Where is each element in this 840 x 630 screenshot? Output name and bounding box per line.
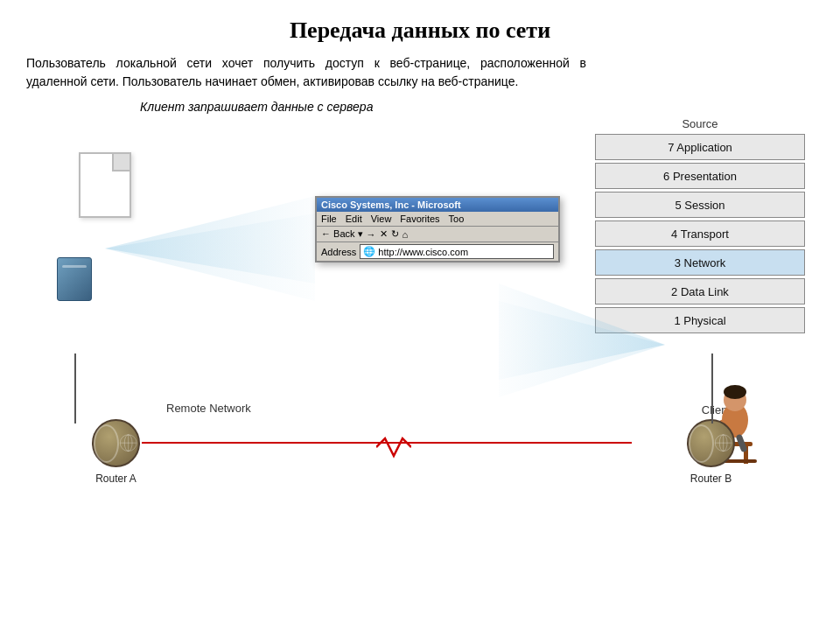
menu-edit[interactable]: Edit [346,214,362,224]
router-a-symbol [119,428,138,458]
page-title: Передача данных по сети [26,18,814,44]
browser-address-bar: Address 🌐 http://www.cisco.com [317,242,558,261]
stop-button[interactable]: ✕ [380,228,388,240]
diagram-area: Клиент запрашивает данные с сервера Cisc… [26,100,814,520]
osi-source-label: Source [595,117,805,130]
server-icon [57,257,92,301]
svg-point-10 [724,385,746,399]
osi-layer-6: 6 Presentation [595,163,805,189]
osi-layer-3: 3 Network [595,249,805,276]
osi-layer-4: 4 Transport [595,220,805,247]
router-a: Router A [92,419,140,467]
svg-line-13 [739,438,744,449]
router-b-symbol [714,428,733,458]
router-b-label: Router B [690,472,732,485]
browser-icon: 🌐 [363,246,375,257]
remote-network-label: Remote Network [166,402,251,415]
menu-file[interactable]: File [321,214,337,224]
router-a-label: Router A [95,472,136,485]
svg-marker-0 [105,196,315,284]
router-b: Router B [687,419,735,467]
forward-button[interactable]: → [367,229,376,240]
browser-titlebar: Cisco Systems, Inc - Microsoft [317,198,558,212]
back-button[interactable]: ← Back ▾ [321,228,363,240]
server-box [57,257,92,301]
osi-layer-5: 5 Session [595,192,805,218]
browser-menubar: File Edit View Favorites Too [317,212,558,227]
client-request-label: Клиент запрашивает данные с сервера [140,100,373,114]
document-icon [79,152,131,218]
refresh-button[interactable]: ↻ [391,228,399,240]
home-button[interactable]: ⌂ [402,229,409,240]
osi-stack: Source 7 Application 6 Presentation 5 Se… [595,117,805,336]
vert-line-right [711,354,713,424]
router-a-icon [92,419,140,467]
page: Передача данных по сети Пользователь лок… [0,0,840,630]
url-text: http://www.cisco.com [378,247,468,257]
router-b-icon [687,419,735,467]
browser-toolbar: ← Back ▾ → ✕ ↻ ⌂ [317,227,558,242]
doc-paper [79,152,131,218]
browser-window: Cisco Systems, Inc - Microsoft File Edit… [315,196,560,262]
svg-marker-1 [105,214,315,301]
menu-tools[interactable]: Too [449,214,465,224]
url-field[interactable]: 🌐 http://www.cisco.com [360,244,554,259]
zigzag-svg [376,434,411,460]
menu-view[interactable]: View [371,214,392,224]
osi-layer-7: 7 Application [595,134,805,160]
address-label: Address [321,247,356,257]
vert-line-left [74,354,76,424]
osi-layer-2: 2 Data Link [595,278,805,304]
description-text: Пользователь локальной сети хочет получи… [26,54,586,91]
osi-layer-1: 1 Physical [595,307,805,333]
menu-favorites[interactable]: Favorites [400,214,439,224]
